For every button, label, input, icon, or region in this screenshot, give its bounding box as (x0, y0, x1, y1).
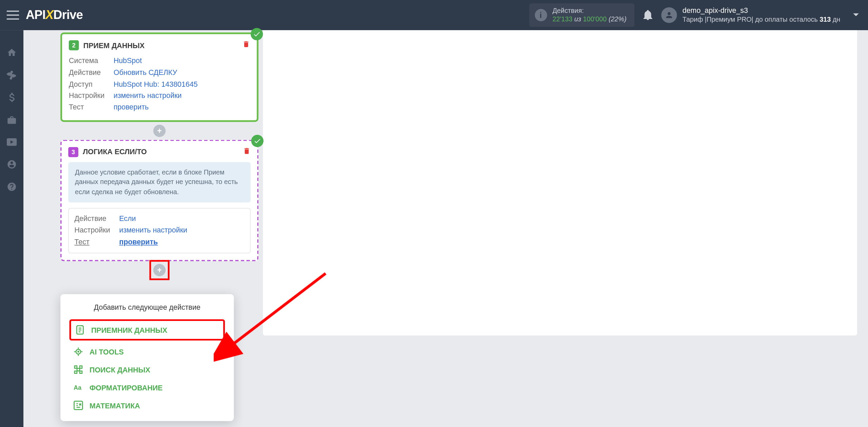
actions-label: Действия: (552, 7, 626, 15)
step-badge-2: 2 (69, 40, 79, 50)
highlight-plus-box: + (150, 260, 170, 280)
delete-block2-button[interactable] (242, 40, 250, 51)
sidebar-home[interactable] (6, 47, 17, 58)
chevron-down-icon (853, 13, 860, 17)
tariff-info: Тариф |Премиум PRO| до оплаты осталось 3… (683, 16, 841, 24)
user-menu[interactable]: demo_apix-drive_s3 Тариф |Премиум PRO| д… (661, 6, 862, 24)
actions-counter: 22'133 из 100'000 (22%) (552, 15, 626, 24)
svg-rect-4 (74, 401, 83, 410)
block2-access-value[interactable]: HubSpot Hub: 143801645 (114, 79, 198, 90)
sidebar-briefcase[interactable] (6, 114, 17, 125)
sidebar-connections[interactable] (6, 69, 17, 81)
block3-title: ЛОГИКА ЕСЛИ/ТО (83, 148, 238, 156)
block-logic-if: 3 ЛОГИКА ЕСЛИ/ТО Данное условие сработае… (60, 140, 258, 261)
info-icon: i (535, 9, 547, 21)
popup-option-receiver[interactable]: ПРИЕМНИК ДАННЫХ (70, 319, 225, 341)
math-icon (73, 400, 84, 411)
format-icon: Aa (73, 382, 84, 393)
sidebar-billing[interactable] (6, 92, 17, 103)
block2-settings-value[interactable]: изменить настройки (114, 90, 182, 102)
main-area: 2 ПРИЕМ ДАННЫХ СистемаHubSpot ДействиеОб… (23, 30, 868, 427)
add-step-button-2[interactable]: + (153, 264, 165, 276)
workflow-column: 2 ПРИЕМ ДАННЫХ СистемаHubSpot ДействиеОб… (23, 30, 258, 290)
block3-description: Данное условие сработает, если в блоке П… (68, 162, 251, 202)
check-icon (251, 28, 263, 40)
block3-settings-value[interactable]: изменить настройки (119, 225, 187, 236)
actions-counter-box[interactable]: i Действия: 22'133 из 100'000 (22%) (529, 3, 634, 27)
block3-test-value[interactable]: проверить (119, 237, 158, 248)
svg-point-1 (77, 351, 79, 353)
block3-settings-label: Настройки (74, 225, 119, 236)
block3-action-label: Действие (74, 213, 119, 225)
add-step-button-1[interactable]: + (153, 125, 165, 137)
block-receive-data: 2 ПРИЕМ ДАННЫХ СистемаHubSpot ДействиеОб… (60, 33, 258, 122)
avatar (661, 7, 677, 23)
delete-block3-button[interactable] (243, 146, 251, 158)
menu-toggle[interactable] (7, 9, 19, 21)
svg-text:Aa: Aa (74, 384, 82, 391)
logo-text-1: API (26, 8, 45, 22)
bell-icon (643, 10, 652, 20)
block3-test-label: Тест (74, 237, 119, 248)
popup-option-search[interactable]: ПОИСК ДАННЫХ (70, 361, 225, 379)
popup-option-search-label: ПОИСК ДАННЫХ (90, 365, 150, 374)
connector-2: + (60, 261, 258, 279)
top-header: APIXDrive i Действия: 22'133 из 100'000 … (0, 0, 868, 30)
block2-test-value[interactable]: проверить (114, 102, 149, 114)
sidebar-account[interactable] (6, 159, 17, 170)
block2-action-label: Действие (69, 67, 114, 79)
block2-action-value[interactable]: Обновить СДЕЛКУ (114, 67, 177, 79)
notifications-bell[interactable] (640, 10, 655, 20)
block2-system-label: Система (69, 55, 114, 67)
popup-option-receiver-label: ПРИЕМНИК ДАННЫХ (91, 326, 167, 334)
connector-1: + (60, 122, 258, 140)
logo-text-x: X (45, 8, 53, 22)
block2-test-label: Тест (69, 102, 114, 114)
sidebar-help[interactable] (6, 181, 17, 192)
popup-option-ai[interactable]: AI TOOLS (70, 343, 225, 361)
username: demo_apix-drive_s3 (683, 6, 841, 16)
block2-title: ПРИЕМ ДАННЫХ (83, 41, 238, 49)
popup-title: Добавить следующее действие (70, 303, 225, 311)
check-icon-2 (251, 135, 263, 147)
right-content-panel (263, 30, 857, 336)
ai-icon (73, 346, 84, 357)
popup-option-math[interactable]: МАТЕМАТИКА (70, 396, 225, 414)
block2-access-label: Доступ (69, 79, 114, 90)
block2-settings-label: Настройки (69, 90, 114, 102)
svg-point-2 (77, 368, 80, 371)
block2-system-value[interactable]: HubSpot (114, 55, 142, 67)
popup-option-ai-label: AI TOOLS (90, 347, 124, 356)
add-action-popup: Добавить следующее действие ПРИЕМНИК ДАН… (60, 294, 234, 421)
popup-option-math-label: МАТЕМАТИКА (90, 401, 140, 410)
popup-option-format[interactable]: Aa ФОРМАТИРОВАНИЕ (70, 379, 225, 396)
logo-text-3: Drive (53, 8, 83, 22)
logo[interactable]: APIXDrive (26, 8, 83, 22)
popup-option-format-label: ФОРМАТИРОВАНИЕ (90, 383, 163, 392)
block3-params: ДействиеЕсли Настройкиизменить настройки… (68, 208, 251, 253)
block3-action-value[interactable]: Если (119, 213, 136, 225)
receiver-icon (74, 324, 85, 336)
sidebar-video[interactable] (6, 137, 17, 148)
step-badge-3: 3 (68, 147, 78, 157)
search-data-icon (73, 364, 84, 375)
user-icon (665, 11, 673, 19)
left-sidebar (0, 30, 23, 427)
